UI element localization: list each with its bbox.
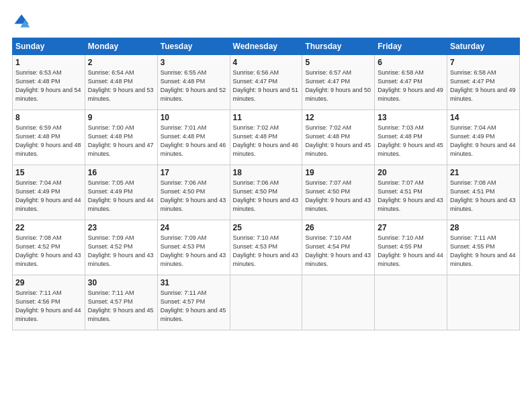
day-number: 21 xyxy=(450,168,517,177)
day-info: Sunrise: 7:08 AM Sunset: 4:51 PM Dayligh… xyxy=(450,179,517,214)
calendar: SundayMondayTuesdayWednesdayThursdayFrid… xyxy=(12,38,520,330)
calendar-day-cell xyxy=(375,275,447,330)
day-number: 15 xyxy=(15,168,82,177)
day-number: 11 xyxy=(233,113,300,122)
calendar-day-cell: 17 Sunrise: 7:06 AM Sunset: 4:50 PM Dayl… xyxy=(157,165,230,220)
calendar-day-cell: 8 Sunrise: 6:59 AM Sunset: 4:48 PM Dayli… xyxy=(13,110,85,165)
logo xyxy=(12,12,34,31)
calendar-week-row: 1 Sunrise: 6:53 AM Sunset: 4:48 PM Dayli… xyxy=(13,55,520,110)
day-info: Sunrise: 6:55 AM Sunset: 4:48 PM Dayligh… xyxy=(161,68,227,103)
day-number: 1 xyxy=(15,58,82,67)
calendar-day-cell xyxy=(447,275,520,330)
day-number: 2 xyxy=(88,58,154,67)
day-info: Sunrise: 6:58 AM Sunset: 4:47 PM Dayligh… xyxy=(450,68,517,103)
day-info: Sunrise: 7:06 AM Sunset: 4:50 PM Dayligh… xyxy=(233,179,300,214)
calendar-day-cell: 28 Sunrise: 7:11 AM Sunset: 4:55 PM Dayl… xyxy=(447,220,520,275)
calendar-day-cell: 12 Sunrise: 7:02 AM Sunset: 4:48 PM Dayl… xyxy=(302,110,375,165)
day-number: 14 xyxy=(450,113,517,122)
day-number: 18 xyxy=(233,168,300,177)
day-number: 7 xyxy=(450,58,517,67)
calendar-day-cell: 7 Sunrise: 6:58 AM Sunset: 4:47 PM Dayli… xyxy=(447,55,520,110)
calendar-day-cell: 4 Sunrise: 6:56 AM Sunset: 4:47 PM Dayli… xyxy=(230,55,302,110)
day-number: 13 xyxy=(378,113,444,122)
calendar-day-cell: 14 Sunrise: 7:04 AM Sunset: 4:49 PM Dayl… xyxy=(447,110,520,165)
calendar-body: 1 Sunrise: 6:53 AM Sunset: 4:48 PM Dayli… xyxy=(13,55,520,330)
calendar-day-cell: 10 Sunrise: 7:01 AM Sunset: 4:48 PM Dayl… xyxy=(157,110,230,165)
day-of-week-header: Wednesday xyxy=(230,38,302,55)
calendar-day-cell: 31 Sunrise: 7:11 AM Sunset: 4:57 PM Dayl… xyxy=(157,275,230,330)
day-info: Sunrise: 7:11 AM Sunset: 4:56 PM Dayligh… xyxy=(15,289,82,324)
day-number: 29 xyxy=(15,278,82,287)
day-info: Sunrise: 6:58 AM Sunset: 4:47 PM Dayligh… xyxy=(378,68,444,103)
day-number: 12 xyxy=(305,113,371,122)
day-number: 27 xyxy=(378,223,444,232)
day-info: Sunrise: 7:00 AM Sunset: 4:48 PM Dayligh… xyxy=(88,124,154,158)
day-number: 22 xyxy=(15,223,82,232)
day-info: Sunrise: 7:11 AM Sunset: 4:57 PM Dayligh… xyxy=(161,289,227,324)
calendar-day-cell: 22 Sunrise: 7:08 AM Sunset: 4:52 PM Dayl… xyxy=(13,220,85,275)
calendar-day-cell: 24 Sunrise: 7:09 AM Sunset: 4:53 PM Dayl… xyxy=(157,220,230,275)
day-number: 5 xyxy=(305,58,371,67)
day-of-week-header: Tuesday xyxy=(157,38,230,55)
day-number: 3 xyxy=(161,58,227,67)
day-number: 9 xyxy=(88,113,154,122)
day-info: Sunrise: 6:57 AM Sunset: 4:47 PM Dayligh… xyxy=(305,68,371,103)
calendar-day-cell: 23 Sunrise: 7:09 AM Sunset: 4:52 PM Dayl… xyxy=(85,220,157,275)
day-info: Sunrise: 7:11 AM Sunset: 4:55 PM Dayligh… xyxy=(450,234,517,269)
day-number: 31 xyxy=(161,278,227,287)
day-info: Sunrise: 6:53 AM Sunset: 4:48 PM Dayligh… xyxy=(15,68,82,103)
day-of-week-header: Sunday xyxy=(13,38,85,55)
day-info: Sunrise: 7:02 AM Sunset: 4:48 PM Dayligh… xyxy=(233,124,300,158)
calendar-day-cell: 3 Sunrise: 6:55 AM Sunset: 4:48 PM Dayli… xyxy=(157,55,230,110)
logo-icon xyxy=(12,12,31,31)
day-of-week-header: Monday xyxy=(85,38,157,55)
day-info: Sunrise: 7:10 AM Sunset: 4:53 PM Dayligh… xyxy=(233,234,300,269)
page: SundayMondayTuesdayWednesdayThursdayFrid… xyxy=(0,0,532,411)
day-number: 20 xyxy=(378,168,444,177)
day-number: 30 xyxy=(88,278,154,287)
calendar-week-row: 22 Sunrise: 7:08 AM Sunset: 4:52 PM Dayl… xyxy=(13,220,520,275)
day-of-week-header: Friday xyxy=(375,38,447,55)
day-number: 16 xyxy=(88,168,154,177)
calendar-week-row: 8 Sunrise: 6:59 AM Sunset: 4:48 PM Dayli… xyxy=(13,110,520,165)
day-number: 23 xyxy=(88,223,154,232)
calendar-day-cell: 20 Sunrise: 7:07 AM Sunset: 4:51 PM Dayl… xyxy=(375,165,447,220)
day-number: 26 xyxy=(305,223,371,232)
calendar-day-cell xyxy=(230,275,302,330)
day-info: Sunrise: 7:10 AM Sunset: 4:55 PM Dayligh… xyxy=(378,234,444,269)
day-info: Sunrise: 7:09 AM Sunset: 4:53 PM Dayligh… xyxy=(161,234,227,269)
calendar-day-cell: 6 Sunrise: 6:58 AM Sunset: 4:47 PM Dayli… xyxy=(375,55,447,110)
day-info: Sunrise: 7:02 AM Sunset: 4:48 PM Dayligh… xyxy=(305,124,371,158)
day-info: Sunrise: 7:08 AM Sunset: 4:52 PM Dayligh… xyxy=(15,234,82,269)
calendar-day-cell: 27 Sunrise: 7:10 AM Sunset: 4:55 PM Dayl… xyxy=(375,220,447,275)
days-of-week-row: SundayMondayTuesdayWednesdayThursdayFrid… xyxy=(13,38,520,55)
day-of-week-header: Saturday xyxy=(447,38,520,55)
calendar-week-row: 15 Sunrise: 7:04 AM Sunset: 4:49 PM Dayl… xyxy=(13,165,520,220)
day-number: 28 xyxy=(450,223,517,232)
day-info: Sunrise: 6:59 AM Sunset: 4:48 PM Dayligh… xyxy=(15,124,82,158)
day-info: Sunrise: 7:04 AM Sunset: 4:49 PM Dayligh… xyxy=(450,124,517,158)
calendar-day-cell: 18 Sunrise: 7:06 AM Sunset: 4:50 PM Dayl… xyxy=(230,165,302,220)
calendar-day-cell: 16 Sunrise: 7:05 AM Sunset: 4:49 PM Dayl… xyxy=(85,165,157,220)
calendar-day-cell: 9 Sunrise: 7:00 AM Sunset: 4:48 PM Dayli… xyxy=(85,110,157,165)
calendar-day-cell: 2 Sunrise: 6:54 AM Sunset: 4:48 PM Dayli… xyxy=(85,55,157,110)
calendar-day-cell: 21 Sunrise: 7:08 AM Sunset: 4:51 PM Dayl… xyxy=(447,165,520,220)
day-info: Sunrise: 7:05 AM Sunset: 4:49 PM Dayligh… xyxy=(88,179,154,214)
day-number: 10 xyxy=(161,113,227,122)
calendar-week-row: 29 Sunrise: 7:11 AM Sunset: 4:56 PM Dayl… xyxy=(13,275,520,330)
day-info: Sunrise: 7:11 AM Sunset: 4:57 PM Dayligh… xyxy=(88,289,154,324)
day-info: Sunrise: 7:07 AM Sunset: 4:51 PM Dayligh… xyxy=(378,179,444,214)
calendar-day-cell: 5 Sunrise: 6:57 AM Sunset: 4:47 PM Dayli… xyxy=(302,55,375,110)
calendar-day-cell: 19 Sunrise: 7:07 AM Sunset: 4:50 PM Dayl… xyxy=(302,165,375,220)
day-info: Sunrise: 7:09 AM Sunset: 4:52 PM Dayligh… xyxy=(88,234,154,269)
calendar-day-cell: 1 Sunrise: 6:53 AM Sunset: 4:48 PM Dayli… xyxy=(13,55,85,110)
day-info: Sunrise: 7:07 AM Sunset: 4:50 PM Dayligh… xyxy=(305,179,371,214)
day-info: Sunrise: 7:10 AM Sunset: 4:54 PM Dayligh… xyxy=(305,234,371,269)
day-number: 19 xyxy=(305,168,371,177)
calendar-day-cell: 13 Sunrise: 7:03 AM Sunset: 4:48 PM Dayl… xyxy=(375,110,447,165)
day-number: 4 xyxy=(233,58,300,67)
day-number: 24 xyxy=(161,223,227,232)
day-number: 17 xyxy=(161,168,227,177)
day-info: Sunrise: 6:56 AM Sunset: 4:47 PM Dayligh… xyxy=(233,68,300,103)
calendar-day-cell xyxy=(302,275,375,330)
